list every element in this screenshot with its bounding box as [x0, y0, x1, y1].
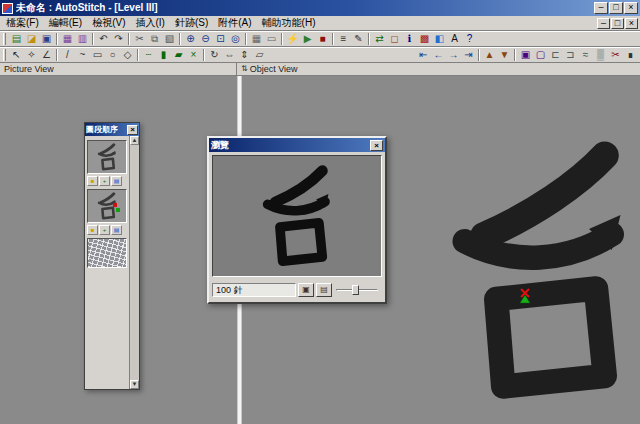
export-design-icon[interactable]: ▥	[75, 32, 90, 46]
group-icon[interactable]: ▣	[518, 48, 533, 62]
cross-stitch-icon[interactable]: ×	[186, 48, 201, 62]
node-edit-icon[interactable]: ✧	[24, 48, 39, 62]
generate-stitches-icon[interactable]: ⚡	[285, 32, 300, 46]
segment-stitch-icon[interactable]: +	[99, 176, 110, 186]
measure-icon[interactable]: ∠	[39, 48, 54, 62]
prev-segment-icon[interactable]: ←	[431, 48, 446, 62]
align-left-icon[interactable]: ⊏	[548, 48, 563, 62]
ungroup-icon[interactable]: ▢	[533, 48, 548, 62]
mdi-restore-button[interactable]: □	[611, 18, 624, 29]
preview-close-button[interactable]: ×	[370, 140, 383, 151]
import-image-icon[interactable]: ▦	[60, 32, 75, 46]
design-info-icon[interactable]: ℹ	[402, 32, 417, 46]
paste-icon[interactable]: ▧	[162, 32, 177, 46]
lock-icon[interactable]: ∎	[623, 48, 638, 62]
preview-fit-button[interactable]: ▣	[298, 283, 314, 297]
minimize-button[interactable]: –	[594, 2, 608, 14]
ellipse-tool-icon[interactable]: ○	[105, 48, 120, 62]
pan-icon[interactable]: ◎	[228, 32, 243, 46]
line-tool-icon[interactable]: /	[60, 48, 75, 62]
segment-thumbnail-3[interactable]	[87, 238, 127, 268]
segment-stitch-icon[interactable]: +	[99, 225, 110, 235]
underlay-icon[interactable]: ▒	[593, 48, 608, 62]
menu-item-edit[interactable]: 編輯(E)	[44, 16, 87, 30]
zoom-in-icon[interactable]: ⊕	[183, 32, 198, 46]
curve-tool-icon[interactable]: ~	[75, 48, 90, 62]
mirror-vertical-icon[interactable]: ⇕	[237, 48, 252, 62]
grid-toggle-icon[interactable]: ▦	[249, 32, 264, 46]
sequence-palette-close-button[interactable]: ×	[127, 125, 138, 135]
zoom-fit-icon[interactable]: ⊡	[213, 32, 228, 46]
select-tool-icon[interactable]: ↖	[9, 48, 24, 62]
menu-item-insert[interactable]: 插入(I)	[130, 16, 169, 30]
resize-icon[interactable]: ▱	[252, 48, 267, 62]
menu-item-label: 附件(A)	[218, 17, 251, 28]
move-up-icon[interactable]: ▲	[482, 48, 497, 62]
zoom-out-icon[interactable]: ⊖	[198, 32, 213, 46]
redo-icon[interactable]: ↷	[111, 32, 126, 46]
ruler-toggle-icon[interactable]: ▭	[264, 32, 279, 46]
maximize-button[interactable]: □	[609, 2, 623, 14]
align-right-icon[interactable]: ⊐	[563, 48, 578, 62]
menu-item-accessory[interactable]: 附件(A)	[213, 16, 256, 30]
density-icon[interactable]: ≈	[578, 48, 593, 62]
segment-thumbnail-1[interactable]	[87, 140, 127, 174]
simulate-icon[interactable]: ▶	[300, 32, 315, 46]
menu-item-helper[interactable]: 輔助功能(H)	[257, 16, 321, 30]
cut-icon[interactable]: ✂	[132, 32, 147, 46]
save-design-icon[interactable]: ▣	[39, 32, 54, 46]
next-segment-icon[interactable]: →	[446, 48, 461, 62]
slider-thumb[interactable]	[352, 285, 359, 295]
segment-edit-icon[interactable]: ▤	[111, 176, 122, 186]
menu-item-stitch[interactable]: 針跡(S)	[170, 16, 213, 30]
stitched-design-glyph[interactable]	[442, 138, 638, 404]
icon-glyph: ⊡	[216, 34, 224, 44]
rect-tool-icon[interactable]: ▭	[90, 48, 105, 62]
mirror-horizontal-icon[interactable]: ⇔	[222, 48, 237, 62]
segment-edit-icon[interactable]: ▤	[111, 225, 122, 235]
new-design-icon[interactable]: ▤	[9, 32, 24, 46]
scroll-down-icon[interactable]: ▼	[130, 380, 139, 389]
properties-icon[interactable]: ✎	[351, 32, 366, 46]
scroll-up-icon[interactable]: ▲	[130, 136, 139, 145]
move-down-icon[interactable]: ▼	[497, 48, 512, 62]
open-design-icon[interactable]: ◪	[24, 32, 39, 46]
undo-icon[interactable]: ↶	[96, 32, 111, 46]
preview-dialog-titlebar[interactable]: 瀏覽 ×	[209, 138, 385, 152]
segment-thumbnail-2[interactable]	[87, 189, 127, 223]
toolbar-grip[interactable]	[3, 49, 6, 61]
menu-item-file[interactable]: 檔案(F)	[1, 16, 44, 30]
icon-glyph: ▤	[114, 227, 120, 233]
segment-color-icon[interactable]: ■	[87, 225, 98, 235]
sequence-palette-titlebar[interactable]: 圖段順序 ×	[85, 123, 139, 136]
icon-glyph: ∠	[42, 50, 51, 60]
polygon-tool-icon[interactable]: ◇	[120, 48, 135, 62]
preview-speed-button[interactable]: ▤	[316, 283, 332, 297]
copy-icon[interactable]: ⧉	[147, 32, 162, 46]
first-segment-icon[interactable]: ⇤	[416, 48, 431, 62]
last-segment-icon[interactable]: ⇥	[461, 48, 476, 62]
thread-chart-icon[interactable]: ▩	[417, 32, 432, 46]
lettering-icon[interactable]: A	[447, 32, 462, 46]
preview-slider[interactable]	[334, 283, 380, 297]
stitch-list-icon[interactable]: ≡	[336, 32, 351, 46]
satin-stitch-icon[interactable]: ▮	[156, 48, 171, 62]
trim-icon[interactable]: ✂	[608, 48, 623, 62]
toolbar-grip[interactable]	[3, 33, 6, 45]
stop-simulate-icon[interactable]: ■	[315, 32, 330, 46]
hoop-select-icon[interactable]: ◻	[387, 32, 402, 46]
mdi-window-controls: – □ ×	[597, 18, 639, 29]
stitch-count-field[interactable]: 100 針	[212, 283, 296, 297]
rotate-icon[interactable]: ↻	[207, 48, 222, 62]
run-stitch-icon[interactable]: ┄	[141, 48, 156, 62]
menu-item-view[interactable]: 檢視(V)	[87, 16, 130, 30]
sequence-scrollbar[interactable]: ▲ ▼	[129, 136, 139, 389]
mdi-minimize-button[interactable]: –	[597, 18, 610, 29]
segment-color-icon[interactable]: ■	[87, 176, 98, 186]
close-button[interactable]: ×	[624, 2, 638, 14]
help-icon[interactable]: ?	[462, 32, 477, 46]
fill-stitch-icon[interactable]: ▰	[171, 48, 186, 62]
color-palette-icon[interactable]: ◧	[432, 32, 447, 46]
mdi-close-button[interactable]: ×	[625, 18, 638, 29]
machine-send-icon[interactable]: ⇄	[372, 32, 387, 46]
